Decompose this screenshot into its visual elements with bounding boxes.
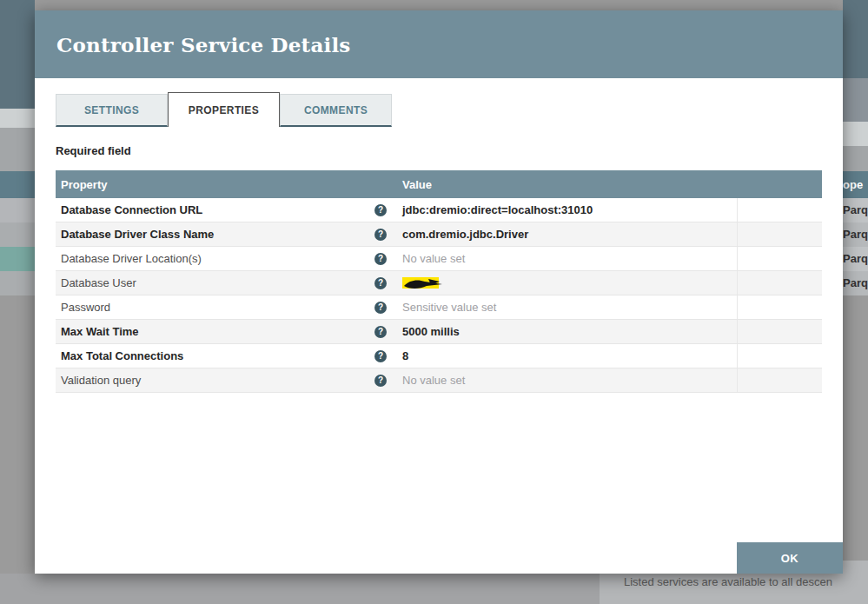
table-row[interactable]: Validation query ? No value set: [56, 368, 822, 393]
background-table-cell-fragment: Parqu: [843, 247, 868, 271]
row-extra-cell: [737, 271, 822, 295]
help-icon[interactable]: ?: [374, 375, 387, 387]
property-name: Max Wait Time: [61, 325, 139, 338]
column-header-extra: [737, 170, 822, 198]
background-strip: [843, 78, 868, 122]
row-extra-cell: [737, 295, 822, 319]
required-field-label: Required field: [56, 144, 822, 157]
table-row[interactable]: Database User ?: [56, 271, 822, 295]
dialog-title: Controller Service Details: [56, 33, 351, 56]
table-row[interactable]: Password ? Sensitive value set: [56, 295, 822, 320]
help-icon[interactable]: ?: [374, 204, 387, 216]
controller-service-details-dialog: Controller Service Details SETTINGS PROP…: [35, 10, 843, 574]
property-value: 8: [402, 349, 408, 362]
help-icon[interactable]: ?: [374, 253, 387, 265]
row-extra-cell: [737, 320, 822, 343]
background-strip: [843, 122, 868, 146]
redacted-value: [402, 275, 446, 292]
help-icon[interactable]: ?: [374, 302, 387, 314]
background-table-row-strip: [0, 198, 35, 222]
property-value: com.dremio.jdbc.Driver: [402, 228, 528, 241]
properties-table: Property Value Database Connection URL ?…: [56, 170, 822, 393]
dialog-header: Controller Service Details: [35, 10, 843, 78]
screen: ope Parqu Parqu Parqu Parqu Listed servi…: [0, 0, 868, 604]
property-value: No value set: [402, 252, 465, 265]
help-icon[interactable]: ?: [374, 350, 387, 362]
row-extra-cell: [737, 198, 822, 222]
background-scope-column-header: ope: [843, 171, 868, 198]
table-header: Property Value: [56, 170, 822, 198]
property-value: jdbc:dremio:direct=localhost:31010: [402, 203, 593, 216]
property-value: No value set: [402, 374, 465, 387]
background-table-header-strip-left: [0, 171, 35, 198]
table-row[interactable]: Database Connection URL ? jdbc:dremio:di…: [56, 198, 822, 222]
properties-table-body: Database Connection URL ? jdbc:dremio:di…: [56, 198, 822, 393]
tab-settings[interactable]: SETTINGS: [56, 94, 168, 127]
property-value: 5000 millis: [402, 325, 460, 338]
column-header-property: Property: [56, 178, 397, 191]
table-row[interactable]: Max Wait Time ? 5000 millis: [56, 320, 822, 344]
help-icon[interactable]: ?: [374, 229, 387, 241]
background-table-cell-fragment: Parqu: [843, 198, 868, 222]
table-row[interactable]: Max Total Connections ? 8: [56, 344, 822, 368]
column-header-value: Value: [397, 178, 737, 191]
property-name: Password: [61, 301, 110, 314]
background-footer-text: Listed services are available to all des…: [624, 575, 832, 588]
tab-properties[interactable]: PROPERTIES: [168, 92, 280, 127]
help-icon[interactable]: ?: [374, 326, 387, 338]
property-name: Database User: [61, 276, 136, 289]
property-name: Database Driver Location(s): [61, 252, 202, 265]
property-value: Sensitive value set: [402, 301, 496, 314]
property-name: Validation query: [61, 374, 141, 387]
property-name: Database Connection URL: [61, 203, 202, 216]
row-extra-cell: [737, 344, 822, 368]
background-strip: [0, 109, 35, 128]
background-table-row-strip: [0, 271, 35, 295]
row-extra-cell: [737, 222, 822, 246]
background-selected-row-strip: [0, 247, 35, 271]
table-row[interactable]: Database Driver Location(s) ? No value s…: [56, 247, 822, 271]
table-row[interactable]: Database Driver Class Name ? com.dremio.…: [56, 222, 822, 247]
property-name: Max Total Connections: [61, 349, 183, 362]
background-table-row-strip: [0, 222, 35, 247]
background-header-strip-left: [0, 0, 35, 109]
background-strip: [0, 128, 35, 171]
row-extra-cell: [737, 368, 822, 392]
tab-bar: SETTINGS PROPERTIES COMMENTS: [56, 94, 822, 127]
row-extra-cell: [737, 247, 822, 270]
property-name: Database Driver Class Name: [61, 228, 214, 241]
ok-button[interactable]: OK: [737, 542, 843, 574]
help-icon[interactable]: ?: [374, 277, 387, 289]
background-header-strip-right: [843, 0, 868, 78]
dialog-body: SETTINGS PROPERTIES COMMENTS Required fi…: [35, 94, 843, 393]
background-table-cell-fragment: Parqu: [843, 222, 868, 247]
background-strip: [843, 146, 868, 171]
background-table-cell-fragment: Parqu: [843, 271, 868, 295]
highlighted-scribble-icon: [402, 275, 446, 292]
tab-comments[interactable]: COMMENTS: [280, 94, 392, 127]
